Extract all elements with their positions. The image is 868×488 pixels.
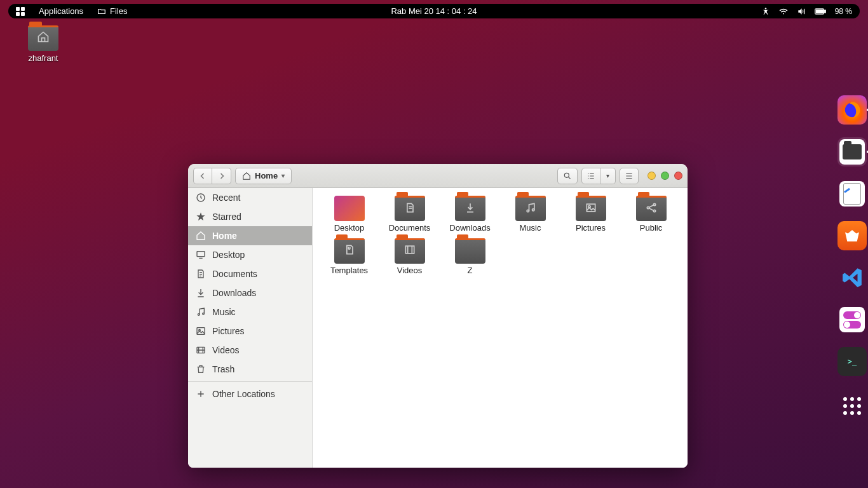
files-window: Home ▾ ▾ Recent [188, 164, 688, 468]
folder-label: Documents [389, 224, 431, 233]
clock-icon [196, 193, 206, 203]
sidebar-item-videos[interactable]: Videos [188, 341, 312, 360]
chevron-down-icon: ▾ [281, 172, 285, 179]
view-options-button[interactable]: ▾ [600, 168, 616, 184]
svg-point-14 [532, 208, 534, 210]
sidebar-item-label: Home [212, 231, 237, 241]
view-switcher: ▾ [581, 168, 616, 184]
applications-menu[interactable]: Applications [39, 6, 83, 16]
sidebar-item-desktop[interactable]: Desktop [188, 245, 312, 264]
svg-point-18 [653, 203, 655, 205]
video-icon [403, 243, 416, 258]
sidebar-item-label: Videos [212, 345, 240, 355]
dock-firefox[interactable] [837, 95, 867, 125]
dock-gnome-tweaks[interactable] [837, 305, 867, 334]
folder-label: Desktop [334, 224, 365, 233]
sidebar-item-pictures[interactable]: Pictures [188, 322, 312, 341]
sidebar-item-label: Documents [212, 269, 257, 279]
sidebar-item-documents[interactable]: Documents [188, 264, 312, 283]
folder-label: Templates [330, 266, 368, 276]
trash-icon [196, 364, 206, 374]
folder-item[interactable]: Videos [381, 237, 438, 276]
tweaks-icon [843, 311, 861, 329]
close-button[interactable] [674, 172, 682, 180]
svg-point-19 [653, 210, 655, 212]
folder-label: Pictures [576, 224, 606, 233]
path-label: Home [255, 171, 278, 180]
picture-folder-icon [576, 196, 606, 221]
plus-icon [196, 389, 206, 399]
sidebar-item-label: Pictures [212, 326, 245, 336]
search-icon [563, 172, 572, 180]
files-menu[interactable]: Files [97, 6, 127, 16]
dock-text-editor[interactable] [837, 179, 867, 208]
sidebar-item-label: Starred [212, 212, 241, 222]
window-controls [648, 172, 682, 180]
battery-icon[interactable] [815, 7, 826, 16]
path-bar[interactable]: Home ▾ [235, 168, 292, 184]
dock-ubuntu-software[interactable] [837, 221, 867, 250]
folder-item[interactable]: Downloads [441, 194, 499, 233]
accessibility-icon[interactable] [761, 7, 770, 16]
activities-button[interactable] [16, 7, 25, 16]
folder-view[interactable]: DesktopDocumentsDownloadsMusicPicturesPu… [313, 188, 688, 468]
home-icon [196, 231, 206, 241]
sidebar-item-home[interactable]: Home [188, 226, 312, 245]
desktop-home-folder[interactable]: zhafrant [20, 25, 66, 63]
sidebar-item-trash[interactable]: Trash [188, 360, 312, 379]
sidebar-item-label: Downloads [212, 288, 256, 298]
back-button[interactable] [193, 168, 212, 184]
dock: >_ [837, 95, 868, 421]
hamburger-menu[interactable] [620, 168, 639, 184]
home-icon [37, 30, 50, 46]
maximize-button[interactable] [661, 172, 669, 180]
folder-item[interactable]: Templates [320, 237, 378, 276]
folder-label: Music [520, 224, 541, 233]
sidebar-item-starred[interactable]: Starred [188, 207, 312, 226]
star-icon [196, 212, 206, 222]
template-icon [343, 243, 356, 258]
dock-vscode[interactable] [837, 263, 867, 292]
folder-item[interactable]: Desktop [320, 194, 378, 233]
svg-rect-10 [197, 328, 205, 335]
dock-terminal[interactable]: >_ [837, 347, 867, 376]
forward-button[interactable] [212, 168, 231, 184]
desktop-folder-icon [334, 196, 365, 221]
svg-point-9 [203, 313, 205, 315]
list-view-button[interactable] [581, 168, 600, 184]
folder-item[interactable]: Documents [381, 194, 438, 233]
files-icon [843, 144, 862, 159]
sidebar-item-recent[interactable]: Recent [188, 188, 312, 207]
menu-icon [625, 172, 634, 180]
dock-show-applications[interactable] [837, 391, 867, 421]
titlebar[interactable]: Home ▾ ▾ [188, 164, 688, 188]
svg-rect-7 [197, 252, 205, 257]
folder-label: Z [468, 266, 473, 276]
vscode-icon [841, 267, 863, 288]
folder-icon [97, 7, 106, 16]
download-icon [196, 288, 206, 298]
clock[interactable]: Rab Mei 20 14 : 04 : 24 [391, 6, 477, 16]
sidebar-item-music[interactable]: Music [188, 302, 312, 322]
svg-point-8 [198, 314, 200, 316]
minimize-button[interactable] [648, 172, 656, 180]
picture-icon [196, 326, 206, 336]
folder-item[interactable]: Public [622, 194, 680, 233]
sidebar-item-other-locations[interactable]: Other Locations [188, 384, 312, 403]
desktop-home-folder-label: zhafrant [20, 53, 66, 63]
wifi-icon[interactable] [779, 7, 788, 16]
folder-item[interactable]: Pictures [562, 194, 620, 233]
folder-item[interactable]: Music [501, 194, 559, 233]
document-icon [403, 201, 416, 216]
folder-label: Videos [397, 266, 423, 276]
sidebar-item-downloads[interactable]: Downloads [188, 283, 312, 302]
svg-point-17 [647, 207, 649, 208]
sidebar-item-label: Desktop [212, 250, 245, 260]
folder-item[interactable]: Z [441, 237, 499, 276]
share-icon [645, 201, 658, 216]
search-button[interactable] [557, 168, 578, 184]
document-folder-icon [395, 196, 425, 221]
dock-files[interactable] [837, 137, 867, 166]
music-icon [196, 307, 206, 317]
volume-icon[interactable] [797, 7, 806, 16]
